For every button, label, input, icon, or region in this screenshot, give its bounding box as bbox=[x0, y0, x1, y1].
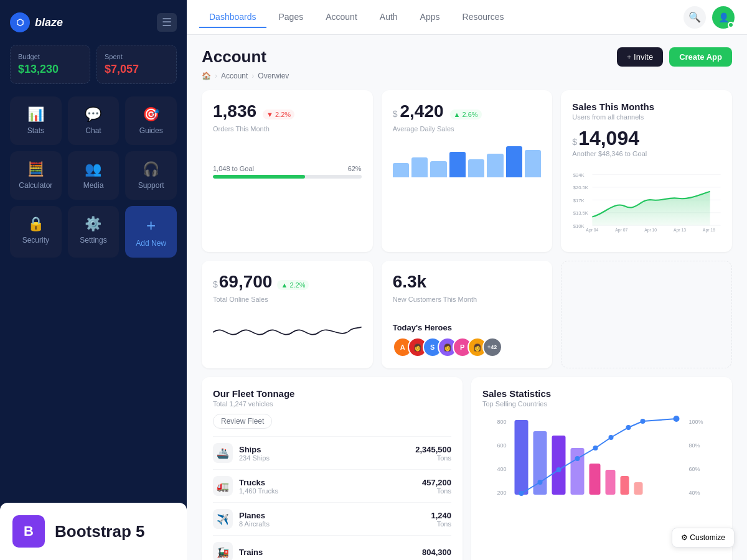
sidebar-item-chat[interactable]: 💬 Chat bbox=[68, 96, 120, 145]
fleet-value: 457,200 bbox=[422, 478, 451, 487]
fleet-unit: Tons bbox=[422, 487, 451, 495]
customize-button[interactable]: ⚙ Customize bbox=[672, 528, 735, 548]
search-button[interactable]: 🔍 bbox=[684, 6, 706, 29]
fleet-title: Our Fleet Tonnage bbox=[213, 388, 451, 399]
sales-stats-title: Sales Statistics bbox=[482, 388, 721, 399]
nav-pages[interactable]: Pages bbox=[269, 7, 314, 28]
svg-text:Apr 07: Apr 07 bbox=[616, 228, 628, 233]
new-customers-card: 6.3k New Customers This Month Today's He… bbox=[382, 261, 553, 368]
fleet-unit: Tons bbox=[415, 454, 451, 462]
svg-point-37 bbox=[626, 425, 631, 430]
nav-dashboards[interactable]: Dashboards bbox=[199, 7, 266, 28]
sidebar-item-label: Add New bbox=[136, 239, 166, 248]
fleet-item-name: Trucks bbox=[239, 478, 422, 487]
nav-apps[interactable]: Apps bbox=[410, 7, 450, 28]
sidebar-item-calculator[interactable]: 🧮 Calculator bbox=[10, 151, 62, 200]
settings-icon: ⚙️ bbox=[85, 216, 101, 232]
sidebar-item-add-new[interactable]: + Add New bbox=[125, 206, 177, 258]
sidebar-item-label: Chat bbox=[85, 126, 101, 135]
fleet-item-name: Trains bbox=[239, 548, 422, 557]
user-avatar[interactable]: 👤 bbox=[712, 6, 735, 29]
svg-text:Apr 13: Apr 13 bbox=[674, 228, 686, 233]
svg-text:800: 800 bbox=[497, 419, 507, 425]
fleet-item-name: Ships bbox=[239, 445, 415, 454]
sales-stats-sub: Top Selling Countries bbox=[482, 400, 721, 408]
budget-amount: $13,230 bbox=[18, 63, 82, 76]
sidebar-menu-button[interactable]: ☰ bbox=[157, 13, 177, 32]
stats-row-1: 1,836 ▼ 2.2% Orders This Month 1,048 to … bbox=[202, 90, 732, 252]
breadcrumb-overview: Overwiev bbox=[258, 72, 289, 80]
add-new-icon: + bbox=[146, 216, 156, 235]
breadcrumb-account[interactable]: Account bbox=[221, 72, 248, 80]
sales-month-title: Sales This Months bbox=[572, 101, 721, 112]
sales-month-goal: Another $48,346 to Goal bbox=[572, 150, 721, 157]
page-title: Account bbox=[202, 47, 266, 67]
sidebar-item-support[interactable]: 🎧 Support bbox=[125, 151, 177, 200]
placeholder-card bbox=[561, 261, 732, 368]
fleet-item-name: Planes bbox=[239, 511, 431, 520]
sidebar-item-settings[interactable]: ⚙️ Settings bbox=[68, 206, 120, 258]
svg-point-36 bbox=[609, 435, 614, 440]
bar-chart bbox=[393, 140, 542, 177]
review-fleet-button[interactable]: Review Fleet bbox=[213, 414, 272, 429]
invite-button[interactable]: + Invite bbox=[617, 47, 663, 67]
online-sales-badge: ▲ 2.2% bbox=[277, 280, 309, 290]
svg-text:200: 200 bbox=[497, 490, 507, 496]
svg-text:Apr 04: Apr 04 bbox=[586, 228, 599, 233]
fleet-amount: 804,300 bbox=[422, 548, 451, 557]
bar bbox=[487, 154, 503, 177]
budget-card: Budget $13,230 bbox=[10, 45, 90, 84]
orders-badge: ▼ 2.2% bbox=[263, 110, 294, 119]
svg-text:60%: 60% bbox=[689, 466, 700, 472]
bar bbox=[449, 152, 466, 177]
nav-auth[interactable]: Auth bbox=[370, 7, 408, 28]
online-sales-card: $ 69,700 ▲ 2.2% Total Online Sales bbox=[202, 261, 373, 368]
svg-text:80%: 80% bbox=[689, 442, 700, 449]
top-nav-links: Dashboards Pages Account Auth Apps Resou… bbox=[199, 7, 514, 28]
svg-text:40%: 40% bbox=[689, 490, 700, 496]
create-app-button[interactable]: Create App bbox=[669, 47, 732, 67]
new-customers-label: New Customers This Month bbox=[393, 296, 542, 303]
svg-text:$13.5K: $13.5K bbox=[573, 210, 589, 216]
svg-point-34 bbox=[575, 456, 580, 461]
nav-account[interactable]: Account bbox=[316, 7, 367, 28]
fleet-row: ✈️ Planes 8 Aircrafts 1,240 Tons bbox=[213, 502, 451, 535]
svg-point-38 bbox=[641, 419, 646, 424]
top-nav-right: 🔍 👤 bbox=[684, 6, 735, 29]
sidebar-item-media[interactable]: 👥 Media bbox=[68, 151, 120, 200]
svg-point-32 bbox=[538, 480, 543, 485]
nav-resources[interactable]: Resources bbox=[453, 7, 514, 28]
nav-grid: 📊 Stats 💬 Chat 🎯 Guides 🧮 Calculator 👥 M… bbox=[10, 96, 177, 258]
fleet-name: Planes 8 Aircrafts bbox=[239, 511, 431, 528]
svg-text:100%: 100% bbox=[689, 419, 703, 425]
spent-card: Spent $7,057 bbox=[96, 45, 177, 84]
svg-text:Apr 10: Apr 10 bbox=[644, 228, 657, 233]
online-dot bbox=[728, 22, 734, 28]
bar bbox=[411, 157, 428, 178]
fleet-value: 804,300 bbox=[422, 548, 451, 557]
svg-point-35 bbox=[593, 446, 598, 450]
daily-sales-value: 2,420 bbox=[400, 101, 443, 121]
svg-text:400: 400 bbox=[497, 466, 507, 472]
trains-icon: 🚂 bbox=[213, 542, 233, 560]
top-nav: Dashboards Pages Account Auth Apps Resou… bbox=[187, 0, 747, 35]
sales-line-chart: $24K $20.5K $17K $13.5K $10K bbox=[572, 164, 721, 241]
sidebar-item-stats[interactable]: 📊 Stats bbox=[10, 96, 62, 145]
fleet-item-count: 8 Aircrafts bbox=[239, 520, 431, 528]
fleet-item-count: 234 Ships bbox=[239, 454, 415, 462]
sidebar-item-security[interactable]: 🔒 Security bbox=[10, 206, 62, 258]
ships-icon: 🚢 bbox=[213, 443, 233, 463]
sidebar-item-guides[interactable]: 🎯 Guides bbox=[125, 96, 177, 145]
fleet-unit: Tons bbox=[431, 520, 451, 528]
breadcrumb-home[interactable]: 🏠 bbox=[202, 72, 211, 80]
sidebar-item-label: Calculator bbox=[19, 181, 52, 190]
fleet-amount: 2,345,500 Tons bbox=[415, 445, 451, 462]
sidebar-item-label: Settings bbox=[80, 236, 106, 245]
spent-label: Spent bbox=[105, 53, 169, 60]
heroes-avatars: A 👩 S 👩 P 👩 +42 bbox=[393, 337, 542, 357]
security-icon: 🔒 bbox=[27, 216, 44, 232]
sales-stats-chart: 800 600 400 200 100% 80% 60% bbox=[482, 414, 721, 513]
spent-amount: $7,057 bbox=[105, 63, 169, 76]
orders-card: 1,836 ▼ 2.2% Orders This Month 1,048 to … bbox=[202, 90, 373, 252]
svg-text:$20.5K: $20.5K bbox=[573, 185, 589, 190]
